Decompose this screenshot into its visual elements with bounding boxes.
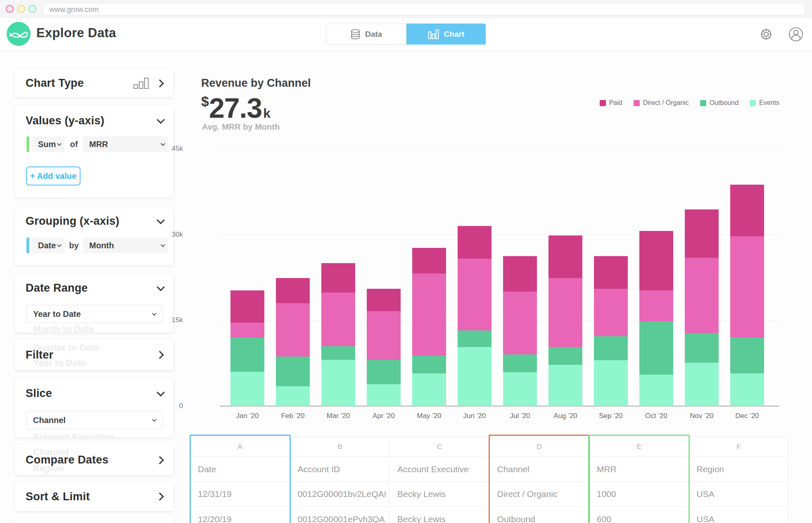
stacked-bar[interactable]	[730, 185, 764, 406]
bar-segment[interactable]	[230, 338, 264, 372]
bar-segment[interactable]	[412, 356, 446, 373]
panel-compare-dates[interactable]: Channel Region Compare Dates	[15, 445, 173, 475]
bar-segment[interactable]	[594, 360, 628, 406]
stacked-bar[interactable]	[321, 263, 355, 406]
bar-segment[interactable]	[685, 258, 719, 333]
bar-segment[interactable]	[730, 338, 764, 373]
bar-segment[interactable]	[230, 290, 264, 323]
stacked-bar[interactable]	[230, 290, 264, 406]
legend-item[interactable]: Direct / Organic	[634, 99, 689, 107]
bar-segment[interactable]	[639, 321, 673, 375]
stacked-bar[interactable]	[548, 235, 582, 406]
bar-segment[interactable]	[276, 278, 310, 303]
table-cell[interactable]: 12/31/19	[190, 482, 290, 507]
bar-segment[interactable]	[367, 384, 401, 406]
table-cell[interactable]: USA	[689, 507, 789, 523]
table-cell[interactable]: Account ID	[290, 457, 390, 482]
legend-item[interactable]: Outbound	[700, 99, 738, 107]
window-minimize-button[interactable]	[17, 5, 25, 13]
legend-item[interactable]: Events	[750, 99, 779, 107]
table-cell[interactable]: Outbound	[490, 507, 590, 523]
stacked-bar[interactable]	[367, 289, 401, 406]
grouping-unit-dropdown[interactable]: Month	[83, 238, 168, 253]
table-cell[interactable]: 1000	[589, 482, 689, 507]
bar-segment[interactable]	[458, 259, 491, 330]
panel-sort-limit[interactable]: Sort & Limit	[15, 482, 173, 511]
stacked-bar[interactable]	[639, 231, 673, 406]
bar-segment[interactable]	[730, 185, 764, 236]
bar-segment[interactable]	[503, 372, 537, 406]
table-cell[interactable]: Becky Lewis	[390, 507, 490, 523]
stacked-bar[interactable]	[685, 209, 719, 406]
aggregation-dropdown[interactable]: Sum	[32, 136, 64, 152]
panel-grouping-header[interactable]: Grouping (x-axis)	[15, 207, 173, 235]
bar-segment[interactable]	[548, 365, 582, 406]
panel-slice-header[interactable]: Slice	[15, 379, 173, 408]
table-cell[interactable]: Account Executive	[390, 457, 490, 482]
table-cell[interactable]: Date	[190, 457, 290, 482]
bar-segment[interactable]	[321, 360, 355, 406]
stacked-bar[interactable]	[412, 248, 446, 406]
table-cell[interactable]: Region	[689, 457, 789, 482]
grouping-field-dropdown[interactable]: Date	[32, 238, 64, 253]
window-zoom-button[interactable]	[28, 5, 36, 13]
url-bar[interactable]: www.grow.com	[43, 3, 805, 15]
bar-segment[interactable]	[321, 263, 355, 292]
panel-date-range-header[interactable]: Date Range	[15, 273, 173, 302]
table-cell[interactable]: Direct / Organic	[490, 482, 590, 507]
bar-segment[interactable]	[685, 333, 719, 363]
bar-segment[interactable]	[458, 226, 491, 259]
table-cell[interactable]: Becky Lewis	[390, 482, 490, 507]
bar-segment[interactable]	[367, 311, 401, 360]
bar-segment[interactable]	[730, 373, 764, 406]
panel-chart-type[interactable]: Chart Type	[15, 69, 173, 97]
bar-segment[interactable]	[230, 372, 264, 406]
bar-segment[interactable]	[639, 231, 673, 290]
window-close-button[interactable]	[6, 5, 14, 13]
panel-filter[interactable]: Quarter to Date Year to Date Filter	[15, 340, 173, 370]
column-letter-cell[interactable]: D	[490, 437, 590, 457]
table-cell[interactable]: 600	[589, 507, 689, 523]
bar-segment[interactable]	[594, 289, 628, 336]
bar-segment[interactable]	[548, 235, 582, 278]
table-cell[interactable]: MRR	[589, 457, 689, 482]
column-letter-cell[interactable]: E	[589, 437, 689, 457]
bar-segment[interactable]	[276, 357, 310, 386]
stacked-bar[interactable]	[458, 226, 491, 406]
table-cell[interactable]: 0012G00001bv2LeQAI	[290, 482, 390, 507]
table-cell[interactable]: USA	[689, 482, 789, 507]
bar-segment[interactable]	[276, 386, 310, 406]
bar-segment[interactable]	[730, 236, 764, 338]
bar-segment[interactable]	[412, 373, 446, 406]
column-letter-cell[interactable]: A	[190, 437, 290, 457]
bar-segment[interactable]	[639, 375, 673, 406]
bar-segment[interactable]	[685, 363, 719, 406]
slice-select[interactable]: Channel	[26, 411, 162, 429]
bar-segment[interactable]	[548, 278, 582, 347]
stacked-bar[interactable]	[276, 278, 310, 406]
bar-segment[interactable]	[685, 209, 719, 258]
bar-segment[interactable]	[548, 347, 582, 365]
tab-data[interactable]: Data	[326, 24, 406, 45]
stacked-bar[interactable]	[594, 256, 628, 406]
settings-gear-icon[interactable]	[758, 26, 774, 42]
bar-segment[interactable]	[594, 336, 628, 360]
column-letter-cell[interactable]: C	[390, 437, 490, 457]
bar-segment[interactable]	[230, 323, 264, 338]
bar-segment[interactable]	[321, 346, 355, 360]
bar-segment[interactable]	[367, 289, 401, 311]
legend-item[interactable]: Paid	[600, 99, 622, 107]
bar-segment[interactable]	[594, 256, 628, 289]
bar-segment[interactable]	[503, 354, 537, 372]
grow-logo-icon[interactable]	[7, 22, 31, 46]
column-letter-cell[interactable]: B	[290, 437, 390, 457]
panel-values-header[interactable]: Values (y-axis)	[15, 106, 173, 136]
bar-segment[interactable]	[412, 273, 446, 356]
date-range-select[interactable]: Year to Date	[26, 305, 162, 323]
table-cell[interactable]: Channel	[490, 457, 590, 482]
bar-segment[interactable]	[458, 330, 491, 347]
add-value-button[interactable]: + Add value	[26, 166, 81, 185]
bar-segment[interactable]	[367, 360, 401, 385]
tab-chart[interactable]: Chart	[406, 24, 486, 45]
bar-segment[interactable]	[412, 248, 446, 273]
